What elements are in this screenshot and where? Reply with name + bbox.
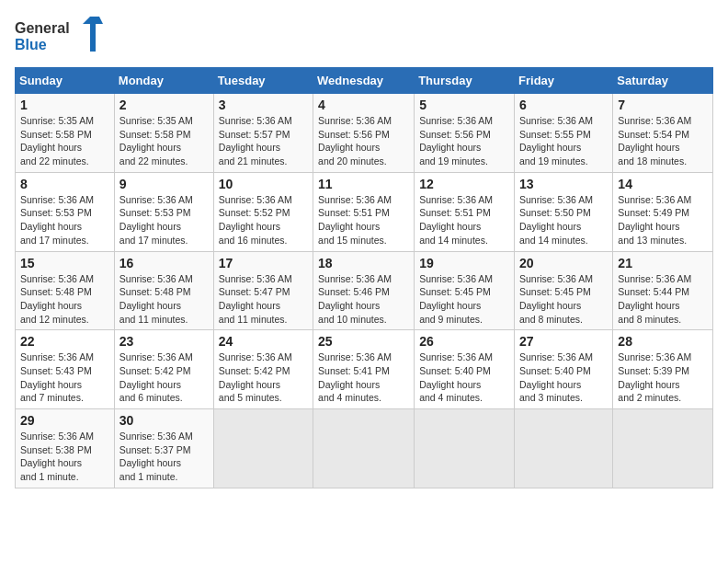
calendar-cell: 24Sunrise: 5:36 AMSunset: 5:42 PMDayligh… [213,330,313,409]
day-info: Sunrise: 5:36 AMSunset: 5:40 PMDaylight … [519,350,608,405]
day-number: 29 [20,413,109,428]
day-number: 8 [20,177,109,191]
calendar-cell [313,409,415,488]
day-info: Sunrise: 5:36 AMSunset: 5:48 PMDaylight … [119,272,209,327]
page-header: General Blue [15,15,713,56]
day-info: Sunrise: 5:36 AMSunset: 5:48 PMDaylight … [20,272,109,327]
day-number: 26 [419,334,509,349]
day-info: Sunrise: 5:36 AMSunset: 5:46 PMDaylight … [318,272,409,327]
calendar-cell [415,409,515,488]
day-info: Sunrise: 5:36 AMSunset: 5:41 PMDaylight … [318,350,409,405]
day-number: 2 [119,98,209,112]
day-number: 20 [519,256,608,270]
calendar-cell: 2Sunrise: 5:35 AMSunset: 5:58 PMDaylight… [114,94,213,173]
day-info: Sunrise: 5:36 AMSunset: 5:50 PMDaylight … [519,193,608,247]
calendar-cell: 30Sunrise: 5:36 AMSunset: 5:37 PMDayligh… [114,409,213,488]
day-number: 18 [318,256,409,270]
calendar-cell: 16Sunrise: 5:36 AMSunset: 5:48 PMDayligh… [114,251,213,330]
calendar-cell: 17Sunrise: 5:36 AMSunset: 5:47 PMDayligh… [213,251,313,330]
day-info: Sunrise: 5:36 AMSunset: 5:44 PMDaylight … [618,272,708,327]
col-header-saturday: Saturday [613,68,713,94]
calendar-cell: 3Sunrise: 5:36 AMSunset: 5:57 PMDaylight… [213,94,313,173]
logo: General Blue [15,15,107,56]
day-number: 17 [219,256,308,270]
calendar-cell [613,409,713,488]
day-info: Sunrise: 5:36 AMSunset: 5:56 PMDaylight … [419,114,509,168]
day-info: Sunrise: 5:36 AMSunset: 5:39 PMDaylight … [618,350,708,405]
day-number: 10 [219,177,308,191]
col-header-wednesday: Wednesday [313,68,415,94]
calendar-cell: 14Sunrise: 5:36 AMSunset: 5:49 PMDayligh… [613,172,713,251]
svg-text:General: General [15,20,70,36]
calendar-cell: 20Sunrise: 5:36 AMSunset: 5:45 PMDayligh… [515,251,613,330]
calendar-cell: 21Sunrise: 5:36 AMSunset: 5:44 PMDayligh… [613,251,713,330]
calendar-cell: 8Sunrise: 5:36 AMSunset: 5:53 PMDaylight… [16,172,115,251]
day-info: Sunrise: 5:36 AMSunset: 5:40 PMDaylight … [419,350,509,405]
day-info: Sunrise: 5:36 AMSunset: 5:43 PMDaylight … [20,350,109,405]
calendar-cell: 15Sunrise: 5:36 AMSunset: 5:48 PMDayligh… [16,251,115,330]
day-number: 7 [618,98,708,112]
calendar-cell: 25Sunrise: 5:36 AMSunset: 5:41 PMDayligh… [313,330,415,409]
day-info: Sunrise: 5:36 AMSunset: 5:37 PMDaylight … [119,430,209,484]
day-number: 5 [419,98,509,112]
col-header-thursday: Thursday [415,68,515,94]
day-info: Sunrise: 5:36 AMSunset: 5:38 PMDaylight … [20,430,109,484]
day-info: Sunrise: 5:35 AMSunset: 5:58 PMDaylight … [119,114,209,168]
calendar-cell: 4Sunrise: 5:36 AMSunset: 5:56 PMDaylight… [313,94,415,173]
day-info: Sunrise: 5:36 AMSunset: 5:56 PMDaylight … [318,114,409,168]
day-number: 1 [20,98,109,112]
day-number: 13 [519,177,608,191]
day-info: Sunrise: 5:36 AMSunset: 5:49 PMDaylight … [618,193,708,247]
calendar-cell: 19Sunrise: 5:36 AMSunset: 5:45 PMDayligh… [415,251,515,330]
calendar-cell [213,409,313,488]
calendar-cell [515,409,613,488]
day-info: Sunrise: 5:36 AMSunset: 5:52 PMDaylight … [219,193,308,247]
day-number: 23 [119,334,209,349]
logo-icon: General Blue [15,15,107,56]
day-number: 30 [119,413,209,428]
day-number: 28 [618,334,708,349]
calendar-cell: 11Sunrise: 5:36 AMSunset: 5:51 PMDayligh… [313,172,415,251]
day-info: Sunrise: 5:36 AMSunset: 5:51 PMDaylight … [419,193,509,247]
day-info: Sunrise: 5:36 AMSunset: 5:55 PMDaylight … [519,114,608,168]
day-info: Sunrise: 5:36 AMSunset: 5:47 PMDaylight … [219,272,308,327]
day-number: 6 [519,98,608,112]
col-header-sunday: Sunday [16,68,115,94]
calendar-cell: 22Sunrise: 5:36 AMSunset: 5:43 PMDayligh… [16,330,115,409]
day-number: 9 [119,177,209,191]
col-header-monday: Monday [114,68,213,94]
calendar-cell: 13Sunrise: 5:36 AMSunset: 5:50 PMDayligh… [515,172,613,251]
calendar-cell: 12Sunrise: 5:36 AMSunset: 5:51 PMDayligh… [415,172,515,251]
svg-marker-2 [83,17,103,52]
day-info: Sunrise: 5:36 AMSunset: 5:45 PMDaylight … [519,272,608,327]
day-number: 4 [318,98,409,112]
day-number: 3 [219,98,308,112]
day-number: 25 [318,334,409,349]
col-header-friday: Friday [515,68,613,94]
calendar-cell: 28Sunrise: 5:36 AMSunset: 5:39 PMDayligh… [613,330,713,409]
calendar-cell: 26Sunrise: 5:36 AMSunset: 5:40 PMDayligh… [415,330,515,409]
day-info: Sunrise: 5:35 AMSunset: 5:58 PMDaylight … [20,114,109,168]
calendar-cell: 7Sunrise: 5:36 AMSunset: 5:54 PMDaylight… [613,94,713,173]
day-info: Sunrise: 5:36 AMSunset: 5:42 PMDaylight … [219,350,308,405]
day-number: 12 [419,177,509,191]
calendar-cell: 5Sunrise: 5:36 AMSunset: 5:56 PMDaylight… [415,94,515,173]
calendar-cell: 29Sunrise: 5:36 AMSunset: 5:38 PMDayligh… [16,409,115,488]
day-info: Sunrise: 5:36 AMSunset: 5:57 PMDaylight … [219,114,308,168]
day-number: 15 [20,256,109,270]
day-info: Sunrise: 5:36 AMSunset: 5:53 PMDaylight … [20,193,109,247]
day-info: Sunrise: 5:36 AMSunset: 5:54 PMDaylight … [618,114,708,168]
calendar-table: SundayMondayTuesdayWednesdayThursdayFrid… [15,67,713,488]
calendar-cell: 18Sunrise: 5:36 AMSunset: 5:46 PMDayligh… [313,251,415,330]
day-info: Sunrise: 5:36 AMSunset: 5:45 PMDaylight … [419,272,509,327]
day-number: 16 [119,256,209,270]
day-number: 21 [618,256,708,270]
day-number: 19 [419,256,509,270]
day-number: 22 [20,334,109,349]
day-number: 27 [519,334,608,349]
day-info: Sunrise: 5:36 AMSunset: 5:51 PMDaylight … [318,193,409,247]
calendar-cell: 1Sunrise: 5:35 AMSunset: 5:58 PMDaylight… [16,94,115,173]
calendar-cell: 23Sunrise: 5:36 AMSunset: 5:42 PMDayligh… [114,330,213,409]
svg-text:Blue: Blue [15,37,47,52]
day-info: Sunrise: 5:36 AMSunset: 5:42 PMDaylight … [119,350,209,405]
